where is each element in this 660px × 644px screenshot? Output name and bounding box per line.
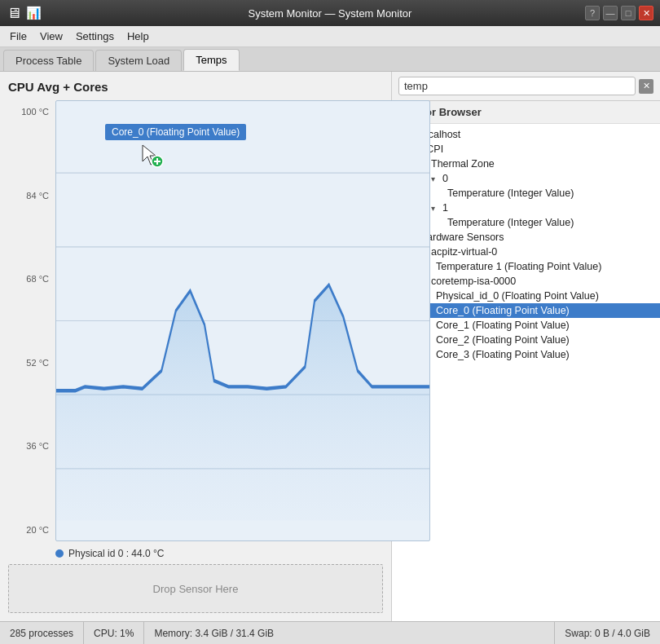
tab-temps[interactable]: Temps xyxy=(183,49,239,71)
tree-node-core3[interactable]: Core_3 (Floating Point Value) xyxy=(392,347,660,362)
processes-label: 285 processes xyxy=(10,628,73,639)
y-label-2: 68 °C xyxy=(11,274,52,284)
tree-node-tz0[interactable]: ▾ 0 xyxy=(392,171,660,186)
help-button[interactable]: ? xyxy=(585,6,600,20)
activity-icon: 📊 xyxy=(26,6,42,20)
tab-process-table[interactable]: Process Table xyxy=(3,50,94,71)
legend-label: Physical id 0 : 44.0 °C xyxy=(68,548,165,559)
status-swap: Swap: 0 B / 4.0 GiB xyxy=(555,622,660,644)
menu-file[interactable]: File xyxy=(3,28,33,45)
left-panel: CPU Avg + Cores 100 °C 84 °C 68 °C 52 °C… xyxy=(0,72,391,621)
tree-node-physical-id0[interactable]: Physical_id_0 (Floating Point Value) xyxy=(392,289,660,303)
tab-system-load[interactable]: System Load xyxy=(95,50,182,71)
tree-node-tz1-temp[interactable]: Temperature (Integer Value) xyxy=(392,215,660,230)
menu-bar: File View Settings Help xyxy=(0,26,660,47)
app-icon: 🖥 xyxy=(7,5,21,22)
chart-legend: Physical id 0 : 44.0 °C xyxy=(55,548,383,559)
y-label-0: 100 °C xyxy=(11,107,52,117)
title-bar: 🖥 📊 System Monitor — System Monitor ? — … xyxy=(0,0,660,26)
menu-settings[interactable]: Settings xyxy=(69,28,121,45)
y-label-5: 20 °C xyxy=(11,525,52,535)
tree-node-acpitz[interactable]: ▾ acpitz-virtual-0 xyxy=(392,245,660,259)
search-input[interactable] xyxy=(398,77,636,95)
tree-node-acpitz-temp1[interactable]: Temperature 1 (Floating Point Value) xyxy=(392,259,660,274)
tree-node-tz0-temp[interactable]: Temperature (Integer Value) xyxy=(392,186,660,201)
tree-node-coretemp[interactable]: ▾ coretemp-isa-0000 xyxy=(392,274,660,289)
label-thermal-zone: Thermal Zone xyxy=(431,158,495,170)
status-bar: 285 processes CPU: 1% Memory: 3.4 GiB / … xyxy=(0,621,660,644)
tree-node-thermal-zone[interactable]: ▾ Thermal Zone xyxy=(392,157,660,171)
tree-node-core2[interactable]: Core_2 (Floating Point Value) xyxy=(392,333,660,347)
chart-area: Core_0 (Floating Point Value) xyxy=(55,100,430,541)
title-bar-left: 🖥 📊 xyxy=(7,5,42,22)
label-tz0-temp: Temperature (Integer Value) xyxy=(447,187,574,199)
legend-dot xyxy=(55,549,64,558)
tree-node-acpi[interactable]: ▾ ACPI xyxy=(392,142,660,157)
tree-node-core1[interactable]: Core_1 (Floating Point Value) xyxy=(392,318,660,333)
label-tz1-temp: Temperature (Integer Value) xyxy=(447,217,574,228)
arrow-tz0: ▾ xyxy=(431,174,442,183)
label-acpitz-temp1: Temperature 1 (Floating Point Value) xyxy=(436,261,601,272)
maximize-button[interactable]: □ xyxy=(621,6,636,20)
y-axis-labels: 100 °C 84 °C 68 °C 52 °C 36 °C 20 °C xyxy=(8,100,55,541)
y-label-1: 84 °C xyxy=(11,191,52,201)
panel-title: CPU Avg + Cores xyxy=(8,80,383,94)
drop-zone[interactable]: Drop Sensor Here xyxy=(8,564,383,613)
right-panel: ✕ Sensor Browser 🖥 localhost ▾ ACPI ▾ Th… xyxy=(391,72,660,621)
memory-label: Memory: 3.4 GiB / 31.4 GiB xyxy=(154,628,274,639)
tree-node-localhost[interactable]: 🖥 localhost xyxy=(392,127,660,142)
swap-label: Swap: 0 B / 4.0 GiB xyxy=(565,628,650,639)
chart-svg xyxy=(56,101,429,540)
status-memory: Memory: 3.4 GiB / 31.4 GiB xyxy=(144,622,555,644)
tree-node-hw-sensors[interactable]: ▾ Hardware Sensors xyxy=(392,230,660,245)
label-core1: Core_1 (Floating Point Value) xyxy=(436,320,570,331)
tabs-bar: Process Table System Load Temps xyxy=(0,47,660,72)
sensor-browser-title: Sensor Browser xyxy=(392,101,660,124)
menu-help[interactable]: Help xyxy=(121,28,156,45)
shade-button[interactable]: — xyxy=(603,6,618,20)
tree-node-tz1[interactable]: ▾ 1 xyxy=(392,201,660,215)
label-core2: Core_2 (Floating Point Value) xyxy=(436,334,570,346)
label-hw-sensors: Hardware Sensors xyxy=(420,232,504,243)
close-button[interactable]: ✕ xyxy=(639,6,653,20)
cpu-label: CPU: 1% xyxy=(94,628,134,639)
label-acpitz: acpitz-virtual-0 xyxy=(431,246,497,258)
y-label-3: 52 °C xyxy=(11,358,52,368)
y-label-4: 36 °C xyxy=(11,441,52,451)
title-bar-right: ? — □ ✕ xyxy=(585,6,653,20)
menu-view[interactable]: View xyxy=(33,28,69,45)
status-processes: 285 processes xyxy=(0,622,84,644)
drop-zone-label: Drop Sensor Here xyxy=(153,583,239,595)
label-tz0: 0 xyxy=(442,173,448,184)
label-core0: Core_0 (Floating Point Value) xyxy=(436,305,570,316)
status-cpu: CPU: 1% xyxy=(84,622,144,644)
window-title: System Monitor — System Monitor xyxy=(249,7,412,20)
main-content: CPU Avg + Cores 100 °C 84 °C 68 °C 52 °C… xyxy=(0,72,660,621)
search-bar: ✕ xyxy=(392,72,660,101)
label-physical-id0: Physical_id_0 (Floating Point Value) xyxy=(436,290,599,302)
tree-node-core0[interactable]: Core_0 (Floating Point Value) xyxy=(392,303,660,318)
arrow-tz1: ▾ xyxy=(431,204,442,213)
tree-container: 🖥 localhost ▾ ACPI ▾ Thermal Zone ▾ 0 xyxy=(392,124,660,621)
search-clear-button[interactable]: ✕ xyxy=(639,79,653,94)
label-tz1: 1 xyxy=(442,202,448,214)
label-core3: Core_3 (Floating Point Value) xyxy=(436,349,570,360)
label-coretemp: coretemp-isa-0000 xyxy=(431,276,516,287)
